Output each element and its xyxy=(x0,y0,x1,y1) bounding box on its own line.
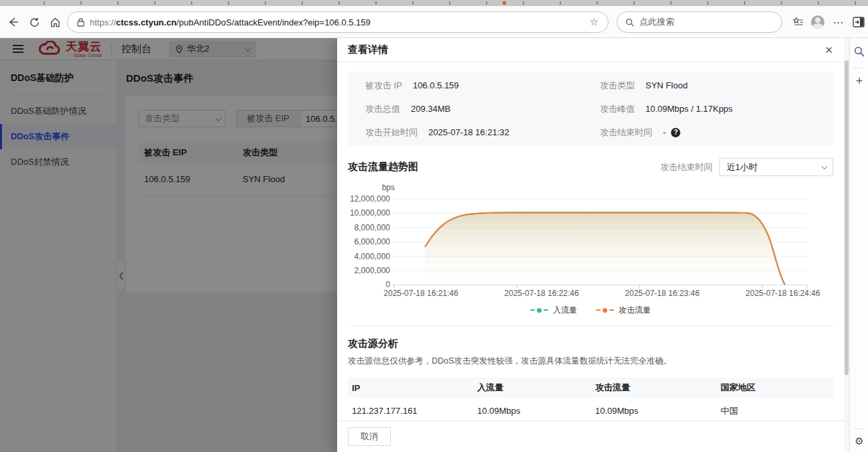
table-header-row: IP入流量攻击流量国家地区 xyxy=(348,378,833,398)
sidebar-toggle-icon xyxy=(853,17,865,27)
svg-text:bps: bps xyxy=(382,183,395,192)
address-bar[interactable]: https://ctcss.ctyun.cn/pubAntiDDoS/attac… xyxy=(67,11,609,33)
edge-add-button[interactable]: + xyxy=(850,74,868,88)
favorites-hub-icon xyxy=(792,16,804,28)
column-header: 国家地区 xyxy=(721,382,833,394)
tab-strip-red-marker xyxy=(503,1,506,5)
info-label: 攻击结束时间 xyxy=(600,127,652,139)
svg-text:2025-07-18 16:24:46: 2025-07-18 16:24:46 xyxy=(745,289,820,298)
tab-strip-ticks xyxy=(8,1,868,5)
attack-info-box: 被攻击 IP106.0.5.159攻击类型SYN Flood攻击总值209.34… xyxy=(348,72,833,146)
favorite-star-icon[interactable]: ☆ xyxy=(590,16,599,28)
info-value: 10.09Mbps / 1.17Kpps xyxy=(645,104,733,114)
arrow-left-icon xyxy=(7,16,19,28)
info-item: 攻击总值209.34MB xyxy=(365,103,600,115)
browser-tab-strip[interactable] xyxy=(0,0,868,6)
table-cell: 10.09Mbps xyxy=(477,406,595,416)
search-icon xyxy=(854,46,865,57)
profile-button[interactable] xyxy=(809,14,826,30)
scrollbar-thumb[interactable] xyxy=(845,60,849,375)
legend-item-1[interactable]: 攻击流量 xyxy=(596,305,651,316)
legend-label: 入流量 xyxy=(553,305,577,316)
gear-icon: ⚙ xyxy=(855,435,863,447)
drawer-body: 被攻击 IP106.0.5.159攻击类型SYN Flood攻击总值209.34… xyxy=(337,72,844,425)
section-divider xyxy=(348,325,833,326)
cancel-button[interactable]: 取消 xyxy=(348,427,391,446)
edge-sidebar: + ⚙ xyxy=(849,38,868,452)
back-button[interactable] xyxy=(5,14,21,30)
search-box[interactable]: 点此搜索 xyxy=(617,11,782,33)
svg-text:0: 0 xyxy=(385,280,390,289)
attack-source-table: IP入流量攻击流量国家地区 121.237.177.16110.09Mbps10… xyxy=(348,378,833,425)
svg-text:2,000,000: 2,000,000 xyxy=(355,266,391,275)
favorites-hub-button[interactable] xyxy=(790,14,807,30)
table-cell: 10.09Mbps xyxy=(595,406,721,416)
lock-icon xyxy=(77,18,84,27)
svg-text:6,000,000: 6,000,000 xyxy=(355,237,391,246)
page-scrollbar[interactable] xyxy=(844,38,849,452)
trend-title: 攻击流量趋势图 xyxy=(348,161,418,173)
info-label: 攻击开始时间 xyxy=(365,127,418,139)
sidebar-toggle-button[interactable] xyxy=(850,14,867,30)
info-value: - xyxy=(663,127,666,137)
column-header: 入流量 xyxy=(477,382,595,394)
traffic-trend-chart: bps12,000,00010,000,0008,000,0006,000,00… xyxy=(348,182,833,316)
time-range-value: 近1小时 xyxy=(727,161,757,173)
url-text: https://ctcss.ctyun.cn/pubAntiDDoS/attac… xyxy=(90,17,371,27)
source-analysis-title: 攻击源分析 xyxy=(348,337,833,350)
table-cell: 121.237.177.161 xyxy=(352,406,477,416)
info-item: 攻击类型SYN Flood xyxy=(600,80,833,92)
table-cell: 中国 xyxy=(721,405,833,417)
drawer-footer: 取消 xyxy=(337,421,844,452)
info-label: 攻击峰值 xyxy=(600,103,635,115)
detail-drawer: 查看详情 ✕ 被攻击 IP106.0.5.159攻击类型SYN Flood攻击总… xyxy=(337,38,844,452)
info-item: 攻击峰值10.09Mbps / 1.17Kpps xyxy=(600,103,833,115)
url-path: /pubAntiDDoS/attackEvent/index?eip=106.0… xyxy=(176,17,370,27)
url-domain: ctcss.ctyun.cn xyxy=(116,17,176,27)
chevron-down-icon xyxy=(821,163,828,169)
svg-text:10,000,000: 10,000,000 xyxy=(350,208,390,218)
info-value: 209.34MB xyxy=(411,104,450,114)
svg-text:12,000,000: 12,000,000 xyxy=(350,194,390,204)
info-item: 攻击开始时间2025-07-18 16:21:32 xyxy=(365,127,600,139)
edge-settings-button[interactable]: ⚙ xyxy=(850,435,868,447)
plus-icon: + xyxy=(856,74,863,88)
drawer-title: 查看详情 xyxy=(348,44,388,56)
edge-sidebar-divider xyxy=(853,429,865,429)
trend-section-header: 攻击流量趋势图 攻击结束时间 近1小时 xyxy=(348,158,833,176)
drawer-header: 查看详情 ✕ xyxy=(337,38,844,62)
range-label: 攻击结束时间 xyxy=(660,161,712,173)
info-item: 攻击结束时间-? xyxy=(600,127,833,139)
info-label: 攻击类型 xyxy=(600,80,635,92)
refresh-icon xyxy=(29,17,40,28)
edge-sidebar-divider xyxy=(853,68,865,68)
edge-search-button[interactable] xyxy=(850,46,868,57)
search-placeholder: 点此搜索 xyxy=(639,16,674,28)
help-icon[interactable]: ? xyxy=(671,128,680,137)
refresh-button[interactable] xyxy=(26,14,42,30)
screen: https://ctcss.ctyun.cn/pubAntiDDoS/attac… xyxy=(0,0,868,452)
search-icon xyxy=(625,18,634,27)
info-item: 被攻击 IP106.0.5.159 xyxy=(365,80,600,92)
close-icon[interactable]: ✕ xyxy=(824,45,833,55)
svg-text:2025-07-18 16:22:46: 2025-07-18 16:22:46 xyxy=(504,289,579,298)
column-header: IP xyxy=(352,383,477,393)
info-value: 2025-07-18 16:21:32 xyxy=(428,127,509,137)
time-range-select[interactable]: 近1小时 xyxy=(719,158,833,176)
info-value: SYN Flood xyxy=(645,80,688,90)
column-header: 攻击流量 xyxy=(595,382,721,394)
info-label: 攻击总值 xyxy=(365,103,400,115)
browser-toolbar: https://ctcss.ctyun.cn/pubAntiDDoS/attac… xyxy=(0,6,868,38)
info-value: 106.0.5.159 xyxy=(413,80,459,90)
page: 天翼云 State Cloud 控制台 华北2 DDoS基础防护 DDoS基础防… xyxy=(0,38,868,452)
home-icon xyxy=(50,17,61,28)
source-analysis-note: 攻击源信息仅供参考，DDoS攻击突发性较强，攻击源具体流量数据统计无法完全准确。 xyxy=(348,356,833,367)
svg-text:2025-07-18 16:23:46: 2025-07-18 16:23:46 xyxy=(625,289,700,298)
legend-item-0[interactable]: 入流量 xyxy=(530,305,577,316)
info-label: 被攻击 IP xyxy=(365,80,402,92)
svg-text:8,000,000: 8,000,000 xyxy=(355,223,391,232)
browser-menu-button[interactable]: ⋯ xyxy=(830,14,847,30)
home-button[interactable] xyxy=(47,14,63,30)
legend-label: 攻击流量 xyxy=(619,305,651,316)
avatar xyxy=(811,15,824,29)
